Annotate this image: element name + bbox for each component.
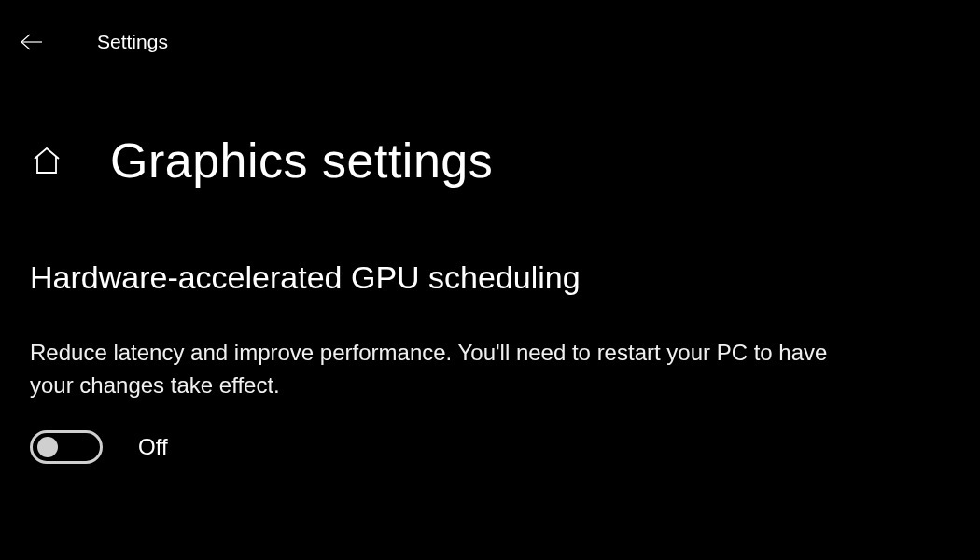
back-arrow-icon: [20, 32, 44, 52]
gpu-scheduling-section: Hardware-accelerated GPU scheduling Redu…: [0, 259, 980, 464]
toggle-state-label: Off: [138, 434, 168, 460]
page-title: Graphics settings: [110, 133, 493, 189]
home-button[interactable]: [28, 145, 65, 176]
section-heading: Hardware-accelerated GPU scheduling: [30, 259, 980, 296]
back-button[interactable]: [13, 32, 50, 52]
page-header: Graphics settings: [0, 133, 980, 189]
gpu-scheduling-toggle[interactable]: [30, 430, 103, 464]
home-icon: [31, 145, 63, 176]
toggle-row: Off: [30, 430, 980, 464]
toggle-knob: [37, 437, 58, 457]
app-title: Settings: [97, 31, 168, 53]
title-bar: Settings: [0, 0, 980, 65]
section-description: Reduce latency and improve performance. …: [30, 337, 870, 402]
